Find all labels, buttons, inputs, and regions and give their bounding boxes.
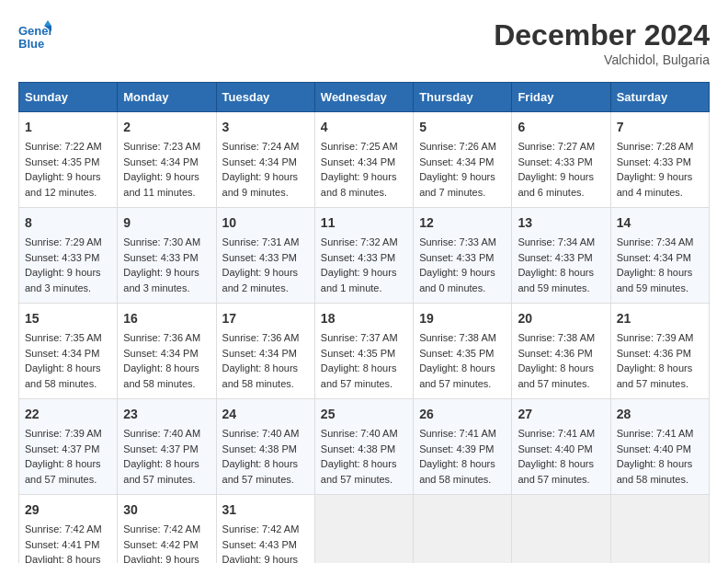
header-row: Sunday Monday Tuesday Wednesday Thursday… bbox=[19, 83, 710, 112]
day-number: 28 bbox=[617, 405, 703, 424]
calendar-cell: 4Sunrise: 7:25 AMSunset: 4:34 PMDaylight… bbox=[314, 112, 413, 208]
calendar-cell: 2Sunrise: 7:23 AMSunset: 4:34 PMDaylight… bbox=[118, 112, 216, 208]
col-sunday: Sunday bbox=[19, 83, 118, 112]
day-number: 2 bbox=[123, 118, 210, 137]
calendar-cell: 3Sunrise: 7:24 AMSunset: 4:34 PMDaylight… bbox=[216, 112, 314, 208]
calendar-cell: 22Sunrise: 7:39 AMSunset: 4:37 PMDayligh… bbox=[19, 399, 118, 495]
logo-icon: General Blue bbox=[18, 18, 51, 52]
day-number: 6 bbox=[518, 118, 604, 137]
day-number: 3 bbox=[222, 118, 309, 137]
calendar-cell: 31Sunrise: 7:42 AMSunset: 4:43 PMDayligh… bbox=[216, 495, 314, 564]
svg-text:Blue: Blue bbox=[18, 37, 44, 51]
day-number: 16 bbox=[123, 309, 210, 328]
day-number: 29 bbox=[25, 500, 111, 520]
day-number: 11 bbox=[321, 213, 407, 233]
calendar-cell: 14Sunrise: 7:34 AMSunset: 4:34 PMDayligh… bbox=[610, 208, 709, 304]
day-number: 26 bbox=[419, 405, 506, 424]
col-friday: Friday bbox=[512, 83, 610, 112]
title-block: December 2024 Valchidol, Bulgaria bbox=[494, 18, 710, 67]
calendar-cell: 30Sunrise: 7:42 AMSunset: 4:42 PMDayligh… bbox=[118, 495, 216, 564]
day-number: 21 bbox=[617, 309, 703, 328]
calendar-week-2: 8Sunrise: 7:29 AMSunset: 4:33 PMDaylight… bbox=[19, 208, 710, 304]
calendar-cell: 11Sunrise: 7:32 AMSunset: 4:33 PMDayligh… bbox=[314, 208, 413, 304]
day-number: 9 bbox=[123, 213, 210, 233]
day-number: 18 bbox=[321, 309, 407, 328]
calendar-cell: 10Sunrise: 7:31 AMSunset: 4:33 PMDayligh… bbox=[216, 208, 314, 304]
calendar-cell: 7Sunrise: 7:28 AMSunset: 4:33 PMDaylight… bbox=[610, 112, 709, 208]
calendar-cell: 24Sunrise: 7:40 AMSunset: 4:38 PMDayligh… bbox=[216, 399, 314, 495]
calendar-cell bbox=[512, 495, 610, 564]
day-number: 30 bbox=[123, 500, 210, 520]
day-number: 10 bbox=[222, 213, 309, 233]
calendar-cell: 15Sunrise: 7:35 AMSunset: 4:34 PMDayligh… bbox=[19, 304, 118, 399]
location: Valchidol, Bulgaria bbox=[494, 52, 710, 67]
calendar-cell: 16Sunrise: 7:36 AMSunset: 4:34 PMDayligh… bbox=[118, 304, 216, 399]
calendar-cell: 18Sunrise: 7:37 AMSunset: 4:35 PMDayligh… bbox=[314, 304, 413, 399]
col-tuesday: Tuesday bbox=[216, 83, 314, 112]
day-number: 7 bbox=[617, 118, 703, 137]
day-number: 22 bbox=[25, 405, 111, 424]
calendar-cell: 5Sunrise: 7:26 AMSunset: 4:34 PMDaylight… bbox=[414, 112, 512, 208]
col-thursday: Thursday bbox=[414, 83, 512, 112]
col-wednesday: Wednesday bbox=[314, 83, 413, 112]
day-number: 17 bbox=[222, 309, 309, 328]
calendar-cell: 6Sunrise: 7:27 AMSunset: 4:33 PMDaylight… bbox=[512, 112, 610, 208]
day-number: 25 bbox=[321, 405, 407, 424]
calendar-table: Sunday Monday Tuesday Wednesday Thursday… bbox=[18, 82, 710, 563]
calendar-week-3: 15Sunrise: 7:35 AMSunset: 4:34 PMDayligh… bbox=[19, 304, 710, 399]
day-number: 27 bbox=[518, 405, 604, 424]
calendar-week-1: 1Sunrise: 7:22 AMSunset: 4:35 PMDaylight… bbox=[19, 112, 710, 208]
calendar-cell: 28Sunrise: 7:41 AMSunset: 4:40 PMDayligh… bbox=[610, 399, 709, 495]
calendar-cell: 17Sunrise: 7:36 AMSunset: 4:34 PMDayligh… bbox=[216, 304, 314, 399]
day-number: 31 bbox=[222, 500, 309, 520]
month-title: December 2024 bbox=[494, 18, 710, 52]
day-number: 13 bbox=[518, 213, 604, 233]
calendar-week-5: 29Sunrise: 7:42 AMSunset: 4:41 PMDayligh… bbox=[19, 495, 710, 564]
calendar-cell: 1Sunrise: 7:22 AMSunset: 4:35 PMDaylight… bbox=[19, 112, 118, 208]
calendar-cell: 19Sunrise: 7:38 AMSunset: 4:35 PMDayligh… bbox=[414, 304, 512, 399]
svg-marker-2 bbox=[44, 20, 51, 26]
calendar-cell: 9Sunrise: 7:30 AMSunset: 4:33 PMDaylight… bbox=[118, 208, 216, 304]
calendar-cell bbox=[414, 495, 512, 564]
day-number: 14 bbox=[617, 213, 703, 233]
day-number: 12 bbox=[419, 213, 506, 233]
page-header: General Blue December 2024 Valchidol, Bu… bbox=[18, 18, 710, 67]
calendar-cell bbox=[610, 495, 709, 564]
calendar-cell: 29Sunrise: 7:42 AMSunset: 4:41 PMDayligh… bbox=[19, 495, 118, 564]
day-number: 20 bbox=[518, 309, 604, 328]
day-number: 4 bbox=[321, 118, 407, 137]
day-number: 24 bbox=[222, 405, 309, 424]
day-number: 23 bbox=[123, 405, 210, 424]
day-number: 1 bbox=[25, 118, 111, 137]
calendar-week-4: 22Sunrise: 7:39 AMSunset: 4:37 PMDayligh… bbox=[19, 399, 710, 495]
day-number: 8 bbox=[25, 213, 111, 233]
col-saturday: Saturday bbox=[610, 83, 709, 112]
calendar-cell: 21Sunrise: 7:39 AMSunset: 4:36 PMDayligh… bbox=[610, 304, 709, 399]
calendar-cell: 13Sunrise: 7:34 AMSunset: 4:33 PMDayligh… bbox=[512, 208, 610, 304]
day-number: 19 bbox=[419, 309, 506, 328]
calendar-cell: 26Sunrise: 7:41 AMSunset: 4:39 PMDayligh… bbox=[414, 399, 512, 495]
logo: General Blue bbox=[18, 18, 55, 52]
day-number: 15 bbox=[25, 309, 111, 328]
calendar-cell: 12Sunrise: 7:33 AMSunset: 4:33 PMDayligh… bbox=[414, 208, 512, 304]
calendar-cell: 20Sunrise: 7:38 AMSunset: 4:36 PMDayligh… bbox=[512, 304, 610, 399]
calendar-cell: 27Sunrise: 7:41 AMSunset: 4:40 PMDayligh… bbox=[512, 399, 610, 495]
calendar-cell: 8Sunrise: 7:29 AMSunset: 4:33 PMDaylight… bbox=[19, 208, 118, 304]
col-monday: Monday bbox=[118, 83, 216, 112]
calendar-cell: 25Sunrise: 7:40 AMSunset: 4:38 PMDayligh… bbox=[314, 399, 413, 495]
calendar-cell: 23Sunrise: 7:40 AMSunset: 4:37 PMDayligh… bbox=[118, 399, 216, 495]
calendar-cell bbox=[314, 495, 413, 564]
day-number: 5 bbox=[419, 118, 506, 137]
